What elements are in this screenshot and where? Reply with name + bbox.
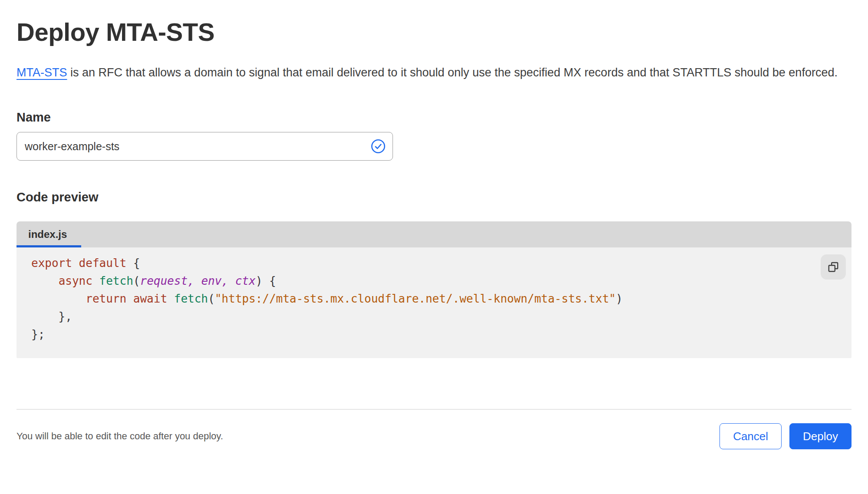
code-editor: export default { async fetch(request, en… (17, 247, 851, 358)
deploy-button[interactable]: Deploy (789, 423, 851, 449)
footer-note: You will be able to edit the code after … (17, 431, 223, 442)
description: MTA-STS is an RFC that allows a domain t… (17, 63, 846, 82)
page-title: Deploy MTA-STS (17, 0, 851, 46)
footer: You will be able to edit the code after … (17, 423, 851, 449)
deploy-mta-sts-page: Deploy MTA-STS MTA-STS is an RFC that al… (0, 0, 868, 494)
code-tab-bar: index.js (17, 221, 851, 247)
mta-sts-link[interactable]: MTA-STS (17, 66, 67, 79)
divider (17, 409, 851, 410)
code-preview-panel: index.js export default { async fetch(re… (17, 221, 851, 358)
code-content: export default { async fetch(request, en… (17, 247, 851, 343)
code-preview-label: Code preview (17, 190, 851, 204)
footer-actions: Cancel Deploy (719, 423, 851, 449)
cancel-button[interactable]: Cancel (719, 423, 782, 449)
copy-code-button[interactable] (821, 254, 846, 280)
code-line: async fetch(request, env, ctx) { (31, 272, 851, 290)
code-line: export default { (31, 254, 851, 272)
tab-index-js[interactable]: index.js (17, 221, 81, 247)
check-circle-icon (371, 139, 386, 154)
copy-icon (825, 259, 841, 275)
name-input-wrapper (17, 132, 393, 161)
code-line: }, (31, 308, 851, 326)
name-input[interactable] (17, 132, 393, 161)
description-text: is an RFC that allows a domain to signal… (67, 66, 838, 79)
code-line: }; (31, 326, 851, 343)
name-label: Name (17, 110, 851, 125)
tab-label: index.js (28, 228, 67, 240)
code-line: return await fetch("https://mta-sts.mx.c… (31, 290, 851, 308)
